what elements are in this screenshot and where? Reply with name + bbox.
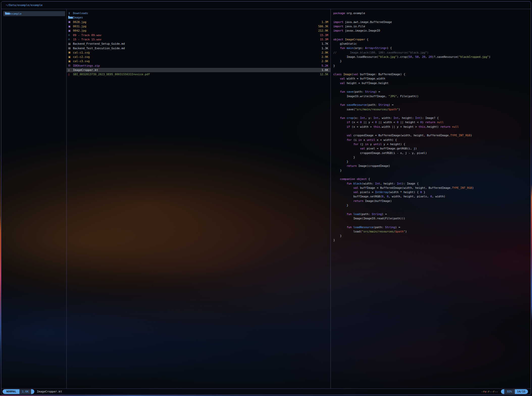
list-item[interactable]: ▣0028.jpg1.3M: [67, 20, 331, 24]
code-line: [333, 173, 531, 177]
list-item[interactable]: ∩15 - Track 15.wav15.3M: [67, 37, 331, 42]
preview-pane: package org.example import java.awt.imag…: [331, 9, 531, 388]
file-size: 1.3M: [320, 20, 328, 24]
code-line: val croppedImage = BufferedImage(width, …: [333, 133, 531, 138]
code-line: return Image(croppedImage): [333, 164, 531, 168]
file-name: 0028.jpg: [73, 20, 86, 24]
file-name: Downloads: [73, 12, 88, 15]
file-name: Images: [73, 16, 83, 19]
audio-icon: ∩: [68, 38, 73, 41]
file-size: 2.9K: [320, 60, 328, 63]
code-line: if (x < 0 || y < 0 || width < 0 || heigh…: [333, 120, 531, 124]
list-item[interactable]: ⊟IDEAsettings.zip5.2K: [67, 64, 331, 68]
file-name: example: [10, 12, 21, 15]
list-item[interactable]: ▯SBI_0032013739_2023_DE05_0003155631Invo…: [67, 72, 331, 76]
code-line: val width = buffImage.width: [333, 76, 531, 81]
code-line: }: [333, 238, 531, 242]
code-line: }: [333, 155, 531, 160]
list-item[interactable]: ▣0031.jpg586.3K: [67, 24, 331, 29]
list-item[interactable]: ▤Backend_Test_Execution_Guide.md1.3K: [67, 46, 331, 50]
list-item[interactable]: ▯ImageCropper.kt1.6K: [67, 68, 331, 72]
status-right-group: -rw-r--r-- 93% 14/15: [481, 389, 528, 394]
list-item[interactable]: ∩09 - Track 09.wav15.3M: [67, 33, 331, 37]
file-name: cal-c1.svg: [73, 51, 90, 54]
code-line: save("src/main/resources/$path"): [333, 107, 531, 112]
list-item[interactable]: ▣0042.jpg212.9K: [67, 29, 331, 33]
pill-cap-icon: [501, 389, 504, 394]
file-size: 15.3M: [318, 38, 328, 41]
file-size: 2.9K: [320, 51, 328, 54]
code-line: buffImage.setRGB(0, 0, width, height, pi…: [333, 194, 531, 199]
file-name: IDEAsettings.zip: [73, 64, 100, 67]
list-item[interactable]: ▣cal-c1.svg2.9K: [67, 50, 331, 55]
list-item[interactable]: ▣cal-c3.svg2.9K: [67, 59, 331, 63]
audio-icon: ∩: [68, 34, 73, 36]
code-line: val height = buffImage.height: [333, 81, 531, 85]
file-size: 2.9K: [320, 55, 328, 59]
file-size: 15.3M: [318, 34, 328, 37]
code-line: [333, 85, 531, 90]
code-line: load("src/main/resources/$path"): [333, 229, 531, 234]
file-size: 1.7K: [320, 42, 328, 45]
scroll-percent: 93%: [504, 389, 515, 394]
position-pill: 93% 14/15: [501, 389, 528, 394]
code-line: [333, 129, 531, 133]
list-item[interactable]: ▣cal-c2.svg2.9K: [67, 55, 331, 59]
code-line: class Image(val buffImage: BufferedImage…: [333, 72, 531, 76]
file-name: cal-c3.svg: [73, 60, 90, 63]
file-name: cal-c2.svg: [73, 55, 90, 59]
code-line: Image(ImageIO.read(File(path))): [333, 216, 531, 221]
list-item[interactable]: Images: [67, 15, 331, 20]
file-name: 15 - Track 15.wav: [73, 38, 102, 41]
code-line: }: [333, 203, 531, 207]
file-list-pane: ↧DownloadsImages▣0028.jpg1.3M▣0031.jpg58…: [67, 9, 331, 388]
code-line: companion object {: [333, 177, 531, 181]
svg-icon: ▣: [68, 51, 73, 54]
code-line: fun save(path: String) =: [333, 90, 531, 94]
code-line: [333, 112, 531, 116]
code-line: ImageIO.write(buffImage, "JPG", File(pat…: [333, 94, 531, 98]
code-line: [333, 221, 531, 225]
code-line: fun black(width: Int, height: Int): Imag…: [333, 181, 531, 186]
file-icon: ▯: [68, 69, 73, 71]
file-manager-panes: example ↧DownloadsImages▣0028.jpg1.3M▣00…: [1, 9, 531, 389]
current-path: ~/Data/example/example: [6, 4, 43, 7]
code-line: import java.awt.image.BufferedImage: [333, 20, 531, 24]
markdown-icon: ▤: [68, 47, 73, 49]
code-line: return Image(buffImage): [333, 199, 531, 203]
list-item[interactable]: example: [3, 11, 65, 16]
file-name: 0042.jpg: [73, 29, 86, 32]
svg-icon: ▣: [68, 60, 73, 63]
file-size: 1.3K: [320, 47, 328, 50]
code-line: import javax.imageio.ImageIO: [333, 29, 531, 33]
list-item[interactable]: ▤Backend_Frontend_Setup_Guide.md1.7K: [67, 42, 331, 46]
terminal-window: ~/Data/example/example example ↧Download…: [1, 1, 531, 395]
file-size: 212.9K: [316, 29, 328, 32]
wallpaper-edge-right: [531, 184, 532, 321]
file-size: 1.6K: [320, 68, 328, 72]
mode-pill: NORMAL 1.6K: [3, 389, 34, 394]
code-line: fun saveResource(path: String) =: [333, 103, 531, 107]
code-line: val buffImage = BufferedImage(width, hei…: [333, 186, 531, 190]
pill-cap-icon: [31, 389, 34, 394]
code-preview: package org.example import java.awt.imag…: [333, 11, 531, 243]
permissions: -rw-r--r--: [481, 390, 498, 393]
code-line: val pixel = buffImage.getRGB(i, j): [333, 146, 531, 151]
file-size: 12.5K: [318, 73, 328, 76]
list-item[interactable]: ↧Downloads: [67, 11, 331, 15]
titlebar: ~/Data/example/example: [1, 2, 531, 9]
code-line: fun main(args: Array<String>) {: [333, 46, 531, 50]
markdown-icon: ▤: [68, 43, 73, 45]
file-name: Backend_Test_Execution_Guide.md: [73, 47, 125, 50]
code-line: import java.io.File: [333, 24, 531, 29]
code-line: [333, 15, 531, 20]
code-line: Image.loadResource("black.jpg").crop(50,…: [333, 55, 531, 59]
code-line: }: [333, 160, 531, 164]
code-line: fun crop(x: Int, y: Int, width: Int, hei…: [333, 116, 531, 120]
archive-icon: ⊟: [68, 64, 73, 67]
code-line: fun loadResource(path: String) =: [333, 225, 531, 229]
code-line: fun load(path: String) =: [333, 212, 531, 216]
image-icon: ▣: [68, 25, 73, 28]
code-line: package org.example: [333, 11, 531, 15]
file-name: 09 - Track 09.wav: [73, 34, 102, 37]
